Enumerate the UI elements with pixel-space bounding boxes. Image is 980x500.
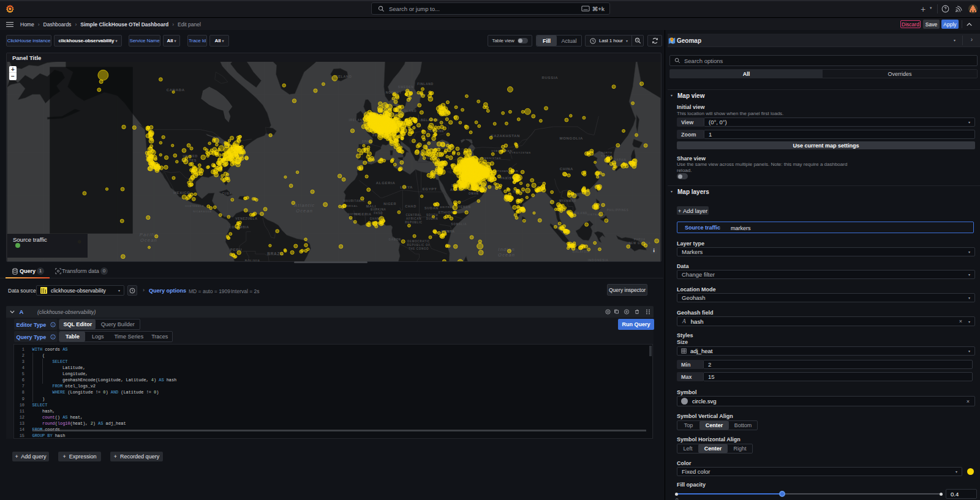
svg-text:RUSSIA: RUSSIA [542, 76, 559, 80]
svg-text:KYRGYZSTAN: KYRGYZSTAN [509, 151, 530, 154]
svg-text:FINLAND: FINLAND [417, 82, 434, 86]
svg-text:ALGERIA: ALGERIA [376, 181, 396, 185]
svg-text:ERITREA: ERITREA [440, 206, 454, 209]
svg-text:PHILIPPINES: PHILIPPINES [607, 209, 629, 212]
svg-text:LIBYA: LIBYA [400, 185, 413, 189]
svg-text:CHAD: CHAD [405, 204, 417, 208]
svg-text:SUDAN: SUDAN [426, 217, 438, 220]
svg-text:THE CONGO: THE CONGO [409, 247, 429, 250]
svg-text:SUDAN: SUDAN [424, 206, 439, 210]
svg-text:INDONESIA: INDONESIA [588, 258, 609, 261]
svg-text:POLAND: POLAND [401, 109, 417, 113]
svg-text:MALAYSIA: MALAYSIA [573, 250, 590, 253]
svg-text:BURKINA: BURKINA [371, 208, 386, 211]
svg-text:Indian: Indian [498, 247, 515, 252]
svg-text:CENTRAL: CENTRAL [405, 214, 421, 217]
svg-text:FASO: FASO [374, 212, 383, 215]
svg-text:NIGER: NIGER [383, 202, 396, 206]
svg-text:PAPUA: PAPUA [634, 238, 646, 241]
svg-text:Atlantic: Atlantic [293, 203, 315, 208]
svg-text:EGYPT: EGYPT [423, 187, 437, 191]
svg-text:REPUBLIC: REPUBLIC [405, 221, 422, 224]
svg-text:REPUBLIC OF: REPUBLIC OF [407, 244, 431, 247]
svg-text:GABON: GABON [389, 238, 401, 241]
svg-text:BOLIVIA: BOLIVIA [245, 259, 260, 261]
svg-text:AFRICAN: AFRICAN [406, 217, 421, 220]
svg-text:CHINA: CHINA [560, 167, 573, 171]
svg-text:NICARAGUA: NICARAGUA [193, 210, 212, 213]
svg-text:MONGOLIA: MONGOLIA [560, 136, 583, 140]
svg-text:Ocean: Ocean [140, 237, 157, 243]
svg-text:VENEZUELA: VENEZUELA [235, 217, 257, 220]
svg-text:JAPAN: JAPAN [614, 158, 627, 162]
svg-text:SWEDEN: SWEDEN [398, 85, 414, 89]
svg-text:OMAN: OMAN [469, 192, 478, 195]
svg-text:MYANMAR: MYANMAR [559, 200, 576, 203]
svg-text:SOMALIA: SOMALIA [451, 223, 467, 226]
svg-text:DEMOCRATIC: DEMOCRATIC [407, 240, 430, 243]
svg-text:GUINEA: GUINEA [348, 212, 360, 215]
svg-text:CUBA: CUBA [222, 192, 232, 195]
svg-text:Ocean: Ocean [498, 252, 515, 258]
svg-text:GUATEMALA: GUATEMALA [185, 204, 204, 207]
svg-text:NEW GUINEA: NEW GUINEA [628, 242, 650, 245]
svg-text:YEMEN: YEMEN [458, 205, 471, 209]
svg-text:AFGHANISTAN: AFGHANISTAN [495, 170, 518, 173]
svg-text:CANADA: CANADA [167, 88, 185, 92]
svg-text:KAZAKHSTAN: KAZAKHSTAN [491, 134, 520, 138]
svg-text:MEXICO: MEXICO [173, 191, 190, 195]
svg-text:IRELAND: IRELAND [349, 118, 365, 122]
svg-text:Ocean: Ocean [296, 208, 313, 214]
